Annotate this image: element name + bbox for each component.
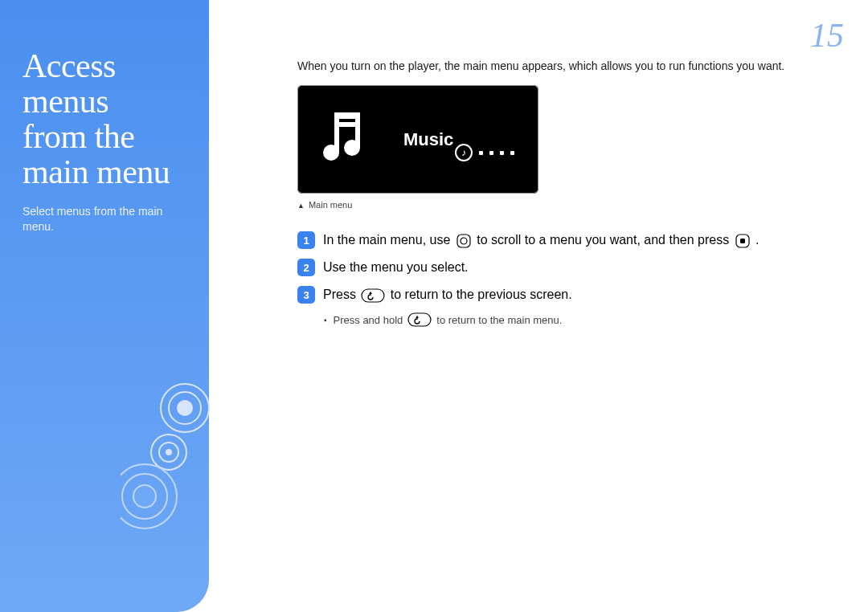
step-number-badge: 3 [297, 286, 315, 304]
section-subtitle: Select menus from the main menu. [23, 204, 193, 235]
step-1: 1 In the main menu, use to scroll to a m… [297, 231, 764, 250]
screenshot-label: Music [403, 129, 453, 150]
step-2: 2 Use the menu you select. [297, 258, 764, 277]
title-line: Access menus [23, 48, 193, 119]
svg-rect-11 [334, 112, 360, 119]
ring-button-icon [456, 234, 472, 248]
screenshot-caption: Main menu [297, 200, 844, 210]
svg-rect-15 [457, 235, 470, 247]
step-3-sub: Press and hold to return to the main men… [324, 312, 764, 327]
steps-list: 1 In the main menu, use to scroll to a m… [297, 231, 764, 327]
step-number-badge: 2 [297, 259, 315, 276]
svg-point-14 [344, 140, 360, 156]
music-note-icon [315, 108, 379, 172]
step-text: Press to return to the previous screen. [323, 285, 764, 304]
title-line: from the [23, 119, 193, 154]
step-3: 3 Press to return to the previous screen… [297, 285, 764, 304]
step-number-badge: 1 [297, 231, 315, 249]
manual-page: Access menus from the main menu Select m… [0, 0, 868, 612]
page-number: 15 [810, 16, 844, 55]
intro-text: When you turn on the player, the main me… [297, 58, 844, 74]
svg-point-2 [177, 400, 193, 416]
svg-point-8 [133, 485, 156, 508]
svg-rect-12 [334, 122, 360, 127]
back-button-icon [407, 312, 432, 327]
svg-rect-19 [362, 289, 384, 302]
content-area: 15 When you turn on the player, the main… [209, 0, 868, 612]
svg-point-5 [166, 449, 172, 455]
sidebar: Access menus from the main menu Select m… [0, 0, 209, 612]
step-text: In the main menu, use to scroll to a men… [323, 231, 764, 250]
section-title: Access menus from the main menu [23, 48, 193, 190]
select-button-icon [735, 234, 751, 248]
svg-point-16 [461, 238, 467, 244]
svg-rect-18 [740, 239, 745, 243]
disc-icon: ♪ [455, 144, 473, 161]
back-button-icon [361, 288, 385, 303]
svg-point-13 [323, 145, 339, 161]
device-screenshot: Music ♪ [297, 85, 538, 194]
step-text: Use the menu you select. [323, 258, 764, 277]
title-line: main menu [23, 154, 193, 190]
page-indicator-icon: ♪ [455, 144, 514, 161]
svg-rect-20 [408, 313, 431, 326]
